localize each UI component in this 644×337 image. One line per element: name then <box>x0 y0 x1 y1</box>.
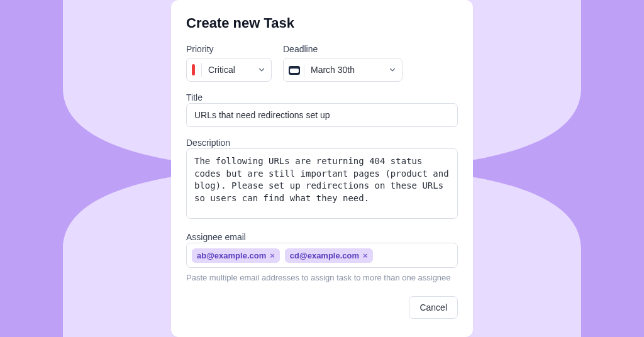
priority-label: Priority <box>186 44 272 54</box>
chevron-down-icon <box>257 65 266 74</box>
assignee-label: Assignee email <box>186 232 246 242</box>
assignee-email-input[interactable]: ab@example.com × cd@example.com × <box>186 243 458 268</box>
description-label: Description <box>186 138 230 148</box>
title-label: Title <box>186 92 203 102</box>
modal-title: Create new Task <box>186 15 458 31</box>
deadline-value: March 30th <box>311 65 388 75</box>
deadline-select[interactable]: March 30th <box>283 58 402 82</box>
priority-field: Priority Critical <box>186 44 272 82</box>
create-task-modal: Create new Task Priority Critical Deadli… <box>171 0 473 337</box>
divider <box>201 63 202 77</box>
chip-text: cd@example.com <box>290 251 359 260</box>
priority-value: Critical <box>208 65 257 75</box>
modal-footer: Cancel <box>186 296 458 319</box>
priority-indicator-icon <box>192 64 195 75</box>
remove-chip-icon[interactable]: × <box>363 251 368 260</box>
email-chip[interactable]: cd@example.com × <box>285 248 373 263</box>
deadline-label: Deadline <box>283 44 402 54</box>
priority-deadline-row: Priority Critical Deadline March 30th <box>186 44 458 82</box>
title-field-block: Title <box>186 92 458 127</box>
description-field-block: Description <box>186 137 458 221</box>
deadline-field: Deadline March 30th <box>283 44 402 82</box>
title-input[interactable] <box>186 103 458 127</box>
email-chip[interactable]: ab@example.com × <box>192 248 280 263</box>
cancel-button[interactable]: Cancel <box>409 296 458 319</box>
divider <box>304 63 304 77</box>
calendar-icon <box>289 65 300 75</box>
priority-select[interactable]: Critical <box>186 58 272 82</box>
remove-chip-icon[interactable]: × <box>270 251 275 260</box>
chevron-down-icon <box>388 65 397 74</box>
description-textarea[interactable] <box>186 148 458 219</box>
assignee-field-block: Assignee email ab@example.com × cd@examp… <box>186 231 458 282</box>
chip-text: ab@example.com <box>197 251 266 260</box>
assignee-hint: Paste multiple email addresses to assign… <box>186 273 458 282</box>
